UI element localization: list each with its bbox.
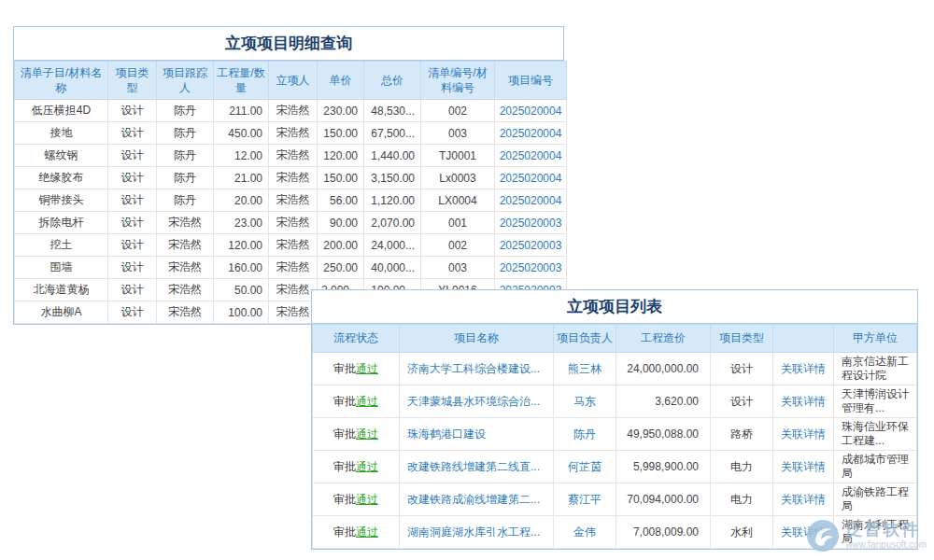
column-header: 工程造价 — [616, 325, 711, 353]
column-header: 项目跟踪人 — [157, 62, 214, 100]
cell: 设计 — [108, 100, 157, 122]
status-approved-link[interactable]: 通过 — [356, 427, 378, 441]
project-name-link[interactable]: 改建铁路成渝线增建第二... — [407, 493, 540, 506]
cell: 宋浩然 — [157, 301, 214, 324]
cell: 设计 — [108, 234, 157, 257]
cell: 宋浩然 — [157, 257, 214, 279]
status-approved-link[interactable]: 通过 — [356, 460, 378, 473]
cell: 陈丹 — [157, 145, 214, 167]
project-cost-cell: 70,094,000.00 — [616, 483, 711, 516]
cell: 211.00 — [214, 100, 269, 122]
project-name-link[interactable]: 济南大学工科综合楼建设... — [407, 362, 540, 375]
project-cost-cell: 24,000,000.00 — [616, 353, 711, 385]
cell: 2,070.00 — [364, 212, 421, 234]
status-label: 审批 — [333, 493, 356, 506]
project-owner-link[interactable]: 马东 — [573, 395, 596, 408]
cell: 宋浩然 — [269, 100, 318, 122]
related-detail-link[interactable]: 关联详情 — [781, 362, 826, 375]
project-number-link[interactable]: 2025020004 — [500, 149, 562, 162]
column-header: 项目类型 — [711, 325, 773, 353]
related-detail-link[interactable]: 关联详情 — [781, 493, 826, 506]
cell: 21.00 — [214, 167, 269, 189]
cell: 螺纹钢 — [15, 145, 108, 167]
project-owner-cell: 金伟 — [554, 516, 616, 549]
project-number-link[interactable]: 2025020004 — [500, 194, 562, 207]
project-name-link[interactable]: 珠海鹤港口建设 — [407, 427, 486, 441]
cell: 003 — [421, 122, 495, 145]
related-detail-cell: 关联详情 — [773, 353, 834, 385]
project-owner-link[interactable]: 陈丹 — [573, 427, 596, 441]
project-number-link[interactable]: 2025020003 — [500, 261, 562, 274]
project-name-link[interactable]: 改建铁路线增建第二线直... — [407, 460, 540, 473]
cell: 围墙 — [15, 257, 108, 279]
project-number-link[interactable]: 2025020003 — [500, 217, 562, 230]
cell: 56.00 — [318, 189, 364, 212]
project-owner-cell: 何芷茵 — [554, 451, 616, 483]
project-owner-cell: 陈丹 — [554, 418, 616, 451]
status-cell: 审批通过 — [313, 451, 400, 483]
project-owner-cell: 熊三林 — [554, 353, 616, 385]
project-name-cell: 珠海鹤港口建设 — [400, 418, 554, 451]
project-owner-link[interactable]: 熊三林 — [568, 362, 601, 375]
related-detail-link[interactable]: 关联详情 — [781, 460, 826, 473]
status-approved-link[interactable]: 通过 — [356, 395, 378, 408]
project-type-cell: 设计 — [711, 385, 773, 418]
list-panel-title: 立项项目列表 — [312, 290, 917, 324]
cell: 1,440.00 — [364, 145, 421, 167]
project-number-link[interactable]: 2025020004 — [500, 105, 562, 118]
cell: 宋浩然 — [269, 257, 318, 279]
cell: 宋浩然 — [269, 167, 318, 189]
table-row: 审批通过改建铁路线增建第二线直...何芷茵5,998,900.00电力关联详情成… — [313, 451, 917, 483]
project-owner-link[interactable]: 金伟 — [573, 525, 596, 539]
detail-table: 清单子目/材料名称项目类型项目跟踪人工程量/数量立项人单价总价清单编号/材料编号… — [14, 61, 567, 324]
project-owner-link[interactable]: 何芷茵 — [568, 460, 601, 473]
status-approved-link[interactable]: 通过 — [356, 525, 378, 539]
project-owner-cell: 马东 — [554, 385, 616, 418]
watermark-url: www.fanpusoft.com — [845, 539, 927, 551]
cell: 设计 — [108, 145, 157, 167]
cell: 2025020004 — [495, 167, 567, 189]
table-row: 螺纹钢设计陈丹12.00宋浩然120.001,440.00TJ000120250… — [15, 145, 567, 167]
related-detail-link[interactable]: 关联详情 — [781, 427, 826, 441]
cell: 100.00 — [214, 301, 269, 324]
client-unit-cell: 珠海信业环保工程建... — [834, 418, 917, 451]
project-owner-link[interactable]: 蔡江平 — [568, 493, 601, 506]
column-header: 项目编号 — [495, 62, 567, 100]
column-header: 流程状态 — [313, 325, 400, 353]
cell: 宋浩然 — [269, 189, 318, 212]
cell: 200.00 — [318, 234, 364, 257]
cell: 设计 — [108, 189, 157, 212]
cell: 23.00 — [214, 212, 269, 234]
related-detail-link[interactable]: 关联详情 — [781, 395, 826, 408]
cell: 2025020003 — [495, 234, 567, 257]
cell: 陈丹 — [157, 167, 214, 189]
cell: 002 — [421, 234, 495, 257]
project-name-link[interactable]: 天津蒙城县水环境综合治... — [407, 395, 540, 408]
cell: 陈丹 — [157, 100, 214, 122]
status-approved-link[interactable]: 通过 — [356, 362, 378, 375]
cell: 宋浩然 — [269, 234, 318, 257]
cell: 陈丹 — [157, 189, 214, 212]
cell: 低压横担4D — [15, 100, 108, 122]
project-number-link[interactable]: 2025020004 — [500, 127, 562, 140]
project-owner-cell: 蔡江平 — [554, 483, 616, 516]
status-cell: 审批通过 — [313, 385, 400, 418]
cell: 40,000... — [364, 257, 421, 279]
project-number-link[interactable]: 2025020004 — [500, 172, 562, 185]
fanpu-watermark: 泛普软件 www.fanpusoft.com — [806, 519, 927, 553]
table-row: 审批通过天津蒙城县水环境综合治...马东3,620.00设计关联详情天津博润设计… — [313, 385, 917, 418]
client-unit-cell: 南京信达新工程设计院 — [834, 353, 917, 385]
project-cost-cell: 7,008,009.00 — [616, 516, 711, 549]
project-number-link[interactable]: 2025020003 — [500, 239, 562, 252]
status-approved-link[interactable]: 通过 — [356, 493, 378, 506]
project-cost-cell: 3,620.00 — [616, 385, 711, 418]
column-header: 项目负责人 — [554, 325, 616, 353]
project-name-link[interactable]: 湖南洞庭湖水库引水工程... — [407, 525, 540, 539]
cell: 宋浩然 — [269, 122, 318, 145]
cell: 拆除电杆 — [15, 212, 108, 234]
column-header: 项目名称 — [400, 325, 554, 353]
detail-panel-title: 立项项目明细查询 — [14, 27, 563, 61]
cell: 67,500... — [364, 122, 421, 145]
fanpu-logo-icon — [806, 519, 840, 553]
project-name-cell: 湖南洞庭湖水库引水工程... — [400, 516, 554, 549]
